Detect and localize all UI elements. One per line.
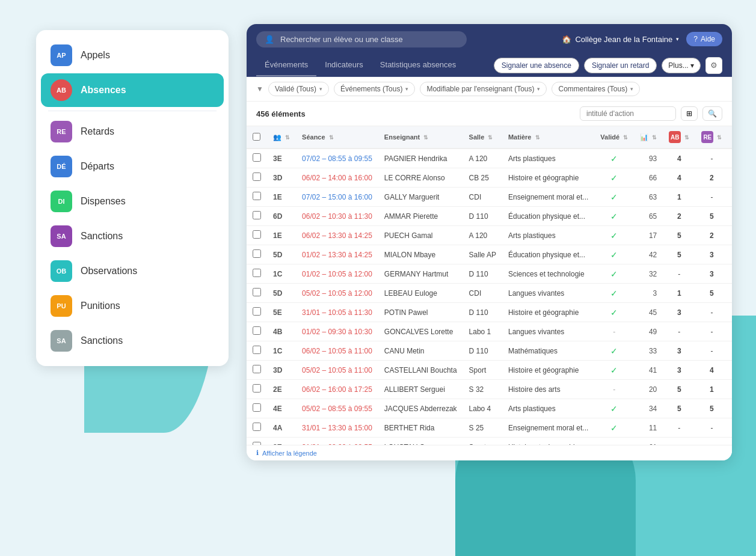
row-checkbox[interactable]: [253, 403, 261, 412]
row-re: -: [695, 418, 728, 438]
row-checkbox[interactable]: [253, 346, 261, 354]
row-checkbox-cell[interactable]: [247, 168, 267, 188]
row-checkbox-cell[interactable]: [247, 148, 267, 168]
search-bar[interactable]: 👤 Rechercher un élève ou une classe: [256, 31, 467, 47]
row-re: 5: [695, 399, 728, 418]
filter-evenements[interactable]: Événements (Tous) ▾: [334, 82, 415, 96]
row-checkbox-cell[interactable]: [247, 284, 267, 303]
filter-commentaires[interactable]: Commentaires (Tous) ▾: [552, 82, 640, 96]
filter-modifiable[interactable]: Modifiable par l'enseignant (Tous) ▾: [420, 82, 547, 96]
row-de: 5: [728, 207, 732, 226]
col-de[interactable]: DÉ ⇅: [728, 126, 732, 148]
row-checkbox-cell[interactable]: [247, 399, 267, 418]
select-all-checkbox[interactable]: [253, 133, 260, 141]
sidebar-item-sanctions1[interactable]: SASanctions: [41, 219, 224, 253]
row-seance[interactable]: 05/02 – 08:55 à 09:55: [296, 399, 378, 418]
row-enseignant: LOUSTAU Swan: [378, 438, 463, 445]
col-valide[interactable]: Validé ⇅: [594, 126, 634, 148]
row-checkbox-cell[interactable]: [247, 341, 267, 361]
row-checkbox-cell[interactable]: [247, 438, 267, 445]
row-checkbox-cell[interactable]: [247, 226, 267, 245]
row-checkbox[interactable]: [253, 192, 261, 200]
sidebar-item-absences[interactable]: ABAbsences: [41, 73, 224, 107]
row-checkbox[interactable]: [253, 173, 261, 181]
row-seance[interactable]: 01/02 – 10:05 à 12:00: [296, 264, 378, 284]
row-checkbox-cell[interactable]: [247, 245, 267, 264]
sidebar-item-appels[interactable]: APAppels: [41, 38, 224, 72]
row-seance[interactable]: 07/02 – 08:55 à 09:55: [296, 148, 378, 168]
row-checkbox[interactable]: [253, 230, 261, 239]
signaler-retard-button[interactable]: Signaler un retard: [584, 58, 657, 73]
col-re[interactable]: RE ⇅: [695, 126, 728, 148]
row-valide: ✓: [594, 207, 634, 226]
row-seance[interactable]: 06/02 – 16:00 à 17:25: [296, 380, 378, 399]
row-ab: 5: [663, 399, 695, 418]
row-checkbox-cell[interactable]: [247, 188, 267, 207]
tab-statistiques[interactable]: Statistiques absences: [372, 54, 464, 76]
col-matiere[interactable]: Matière ⇅: [502, 126, 594, 148]
row-seance[interactable]: 05/02 – 10:05 à 12:00: [296, 284, 378, 303]
sidebar-item-punitions[interactable]: PUPunitions: [41, 289, 224, 323]
row-checkbox[interactable]: [253, 153, 261, 162]
col-ab[interactable]: AB ⇅: [663, 126, 695, 148]
sidebar-item-retards[interactable]: RERetards: [41, 115, 224, 148]
col-class[interactable]: 👥 ⇅: [267, 126, 296, 148]
row-class: 1C: [267, 341, 296, 361]
help-icon: ?: [693, 35, 698, 43]
menu-badge-absences: AB: [51, 79, 72, 101]
row-count: 11: [634, 418, 663, 438]
action-input[interactable]: [580, 106, 676, 121]
tab-indicateurs[interactable]: Indicateurs: [316, 54, 372, 76]
row-class: 4E: [267, 399, 296, 418]
help-button[interactable]: ? Aide: [686, 32, 722, 46]
row-seance[interactable]: 07/02 – 15:00 à 16:00: [296, 188, 378, 207]
row-checkbox[interactable]: [253, 211, 261, 219]
row-checkbox[interactable]: [253, 384, 261, 393]
row-seance[interactable]: 06/02 – 10:30 à 11:30: [296, 207, 378, 226]
tab-evenements[interactable]: Événements: [256, 54, 316, 76]
row-seance[interactable]: 06/02 – 14:00 à 16:00: [296, 168, 378, 188]
sidebar-item-dispenses[interactable]: DIDispenses: [41, 185, 224, 218]
export-button[interactable]: ⊞: [681, 106, 698, 121]
legend-bar[interactable]: ℹ Afficher la légende: [247, 445, 732, 460]
row-seance[interactable]: 31/01 – 10:05 à 11:30: [296, 303, 378, 322]
row-checkbox-cell[interactable]: [247, 380, 267, 399]
search-table-button[interactable]: 🔍: [702, 106, 722, 121]
row-checkbox-cell[interactable]: [247, 264, 267, 284]
row-checkbox[interactable]: [253, 326, 261, 335]
row-seance[interactable]: 05/02 – 10:05 à 11:00: [296, 361, 378, 380]
row-checkbox[interactable]: [253, 365, 261, 373]
row-seance[interactable]: 06/02 – 10:05 à 11:00: [296, 341, 378, 361]
settings-button[interactable]: ⚙: [705, 57, 722, 74]
sidebar-item-departs[interactable]: DÉDéparts: [41, 150, 224, 183]
row-checkbox[interactable]: [253, 423, 261, 431]
row-checkbox-cell[interactable]: [247, 207, 267, 226]
school-name: 🏠 Collège Jean de la Fontaine ▾: [562, 35, 679, 44]
row-seance[interactable]: 31/01 – 13:30 à 15:00: [296, 418, 378, 438]
row-seance[interactable]: 01/02 – 13:30 à 14:25: [296, 245, 378, 264]
row-checkbox[interactable]: [253, 288, 261, 296]
row-seance[interactable]: 01/02 – 09:30 à 10:30: [296, 322, 378, 341]
check-icon: ✓: [610, 442, 618, 445]
row-seance[interactable]: 06/02 – 13:30 à 14:25: [296, 226, 378, 245]
plus-button[interactable]: Plus... ▾: [662, 58, 701, 73]
row-ab: 4: [663, 168, 695, 188]
row-checkbox[interactable]: [253, 269, 261, 277]
row-de: -: [728, 438, 732, 445]
col-count[interactable]: 📊 ⇅: [634, 126, 663, 148]
row-checkbox-cell[interactable]: [247, 418, 267, 438]
row-seance[interactable]: 31/01 – 08:00 à 08:55: [296, 438, 378, 445]
col-enseignant[interactable]: Enseignant ⇅: [378, 126, 463, 148]
row-checkbox[interactable]: [253, 442, 261, 445]
signaler-absence-button[interactable]: Signaler une absence: [494, 58, 579, 73]
sidebar-item-sanctions2[interactable]: SASanctions: [41, 324, 224, 358]
filter-valide[interactable]: Validé (Tous) ▾: [268, 82, 329, 96]
row-checkbox[interactable]: [253, 249, 261, 258]
row-checkbox[interactable]: [253, 307, 261, 316]
row-checkbox-cell[interactable]: [247, 361, 267, 380]
row-checkbox-cell[interactable]: [247, 322, 267, 341]
col-seance[interactable]: Séance ⇅: [296, 126, 378, 148]
sidebar-item-observations[interactable]: OBObservations: [41, 254, 224, 288]
col-salle[interactable]: Salle ⇅: [463, 126, 502, 148]
row-checkbox-cell[interactable]: [247, 303, 267, 322]
